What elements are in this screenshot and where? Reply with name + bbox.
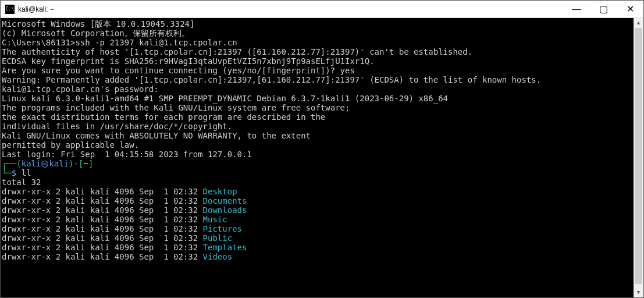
ls-meta: drwxr-xr-x 2 kali kali 4096 Sep 1 02:32 <box>2 252 203 261</box>
out-line: Linux kali 6.3.0-kali1-amd64 #1 SMP PREE… <box>2 94 632 103</box>
ls-dir: Music <box>203 215 227 224</box>
prompt-sep-icon: ㉿ <box>41 159 49 168</box>
ls-row: drwxr-xr-x 2 kali kali 4096 Sep 1 02:32 … <box>2 233 632 243</box>
scroll-thumb[interactable] <box>635 28 642 284</box>
out-line: ECDSA key fingerprint is SHA256:r9HVagI3… <box>2 56 632 66</box>
out-line: kali@1.tcp.cpolar.cn's password: <box>2 84 632 94</box>
prompt-host: kali <box>49 159 69 168</box>
prompt-cwd: ~ <box>83 159 88 168</box>
out-line: total 32 <box>2 178 632 187</box>
prompt-corner-bot-icon: └─ <box>2 168 12 178</box>
window-title: kali@kali: ~ <box>18 5 54 13</box>
app-icon: C:\ <box>5 5 15 14</box>
out-line: The authenticity of host '[1.tcp.cpolar.… <box>2 47 632 56</box>
out-line: the exact distribution terms for each pr… <box>2 112 632 122</box>
ls-row: drwxr-xr-x 2 kali kali 4096 Sep 1 02:32 … <box>2 224 632 233</box>
ls-dir: Documents <box>203 196 247 205</box>
out-line: Kali GNU/Linux comes with ABSOLUTELY NO … <box>2 131 632 140</box>
ls-dir: Public <box>203 233 233 243</box>
out-line: individual files in /usr/share/doc/*/cop… <box>2 122 632 131</box>
terminal-output[interactable]: Microsoft Windows [版本 10.0.19045.3324](c… <box>1 18 634 297</box>
ls-row: drwxr-xr-x 2 kali kali 4096 Sep 1 02:32 … <box>2 243 632 252</box>
ls-meta: drwxr-xr-x 2 kali kali 4096 Sep 1 02:32 <box>2 196 203 205</box>
close-button[interactable]: ✕ <box>617 1 643 18</box>
scroll-down-button[interactable]: ▼ <box>634 288 643 297</box>
prompt-user: kali <box>22 159 41 168</box>
out-line: (c) Microsoft Corporation。保留所有权利。 <box>2 29 632 38</box>
prompt-command: ll <box>22 168 31 178</box>
ls-meta: drwxr-xr-x 2 kali kali 4096 Sep 1 02:32 <box>2 187 203 196</box>
titlebar[interactable]: C:\ kali@kali: ~ — ▢ ✕ <box>1 1 643 18</box>
out-line: Last login: Fri Sep 1 04:15:58 2023 from… <box>2 150 632 159</box>
prompt-close: )-[ <box>69 159 83 168</box>
out-line: C:\Users\86131>ssh -p 21397 kali@1.tcp.c… <box>2 38 632 47</box>
ls-dir: Downloads <box>203 205 247 215</box>
ls-meta: drwxr-xr-x 2 kali kali 4096 Sep 1 02:32 <box>2 233 203 243</box>
ls-dir: Videos <box>203 252 233 261</box>
ls-row: drwxr-xr-x 2 kali kali 4096 Sep 1 02:32 … <box>2 215 632 224</box>
out-line: The programs included with the Kali GNU/… <box>2 103 632 112</box>
ls-dir: Pictures <box>203 224 242 233</box>
ls-meta: drwxr-xr-x 2 kali kali 4096 Sep 1 02:32 <box>2 215 203 224</box>
prompt-bracket: ] <box>88 159 93 168</box>
scroll-up-button[interactable]: ▲ <box>634 18 643 28</box>
ls-dir: Templates <box>203 243 247 252</box>
ls-meta: drwxr-xr-x 2 kali kali 4096 Sep 1 02:32 <box>2 243 203 252</box>
content-area: Microsoft Windows [版本 10.0.19045.3324](c… <box>1 18 643 297</box>
ls-row: drwxr-xr-x 2 kali kali 4096 Sep 1 02:32 … <box>2 196 632 205</box>
ls-row: drwxr-xr-x 2 kali kali 4096 Sep 1 02:32 … <box>2 252 632 261</box>
out-line: permitted by applicable law. <box>2 140 632 150</box>
out-line: Are you sure you want to continue connec… <box>2 66 632 75</box>
ls-dir: Desktop <box>203 187 237 196</box>
prompt-line-1: ┌──(kali㉿kali)-[~] <box>2 159 632 168</box>
prompt-dollar: $ <box>12 168 22 178</box>
out-line: Warning: Permanently added '[1.tcp.cpola… <box>2 75 632 84</box>
ls-row: drwxr-xr-x 2 kali kali 4096 Sep 1 02:32 … <box>2 205 632 215</box>
ls-row: drwxr-xr-x 2 kali kali 4096 Sep 1 02:32 … <box>2 187 632 196</box>
ls-meta: drwxr-xr-x 2 kali kali 4096 Sep 1 02:32 <box>2 224 203 233</box>
prompt-line-2: └─$ ll <box>2 168 632 178</box>
prompt-corner-icon: ┌──( <box>2 159 22 168</box>
minimize-button[interactable]: — <box>563 1 590 18</box>
terminal-window: C:\ kali@kali: ~ — ▢ ✕ Microsoft Windows… <box>0 0 644 298</box>
ls-meta: drwxr-xr-x 2 kali kali 4096 Sep 1 02:32 <box>2 205 203 215</box>
vertical-scrollbar[interactable]: ▲ ▼ <box>634 18 643 297</box>
maximize-button[interactable]: ▢ <box>590 1 617 18</box>
out-line: Microsoft Windows [版本 10.0.19045.3324] <box>2 19 632 29</box>
